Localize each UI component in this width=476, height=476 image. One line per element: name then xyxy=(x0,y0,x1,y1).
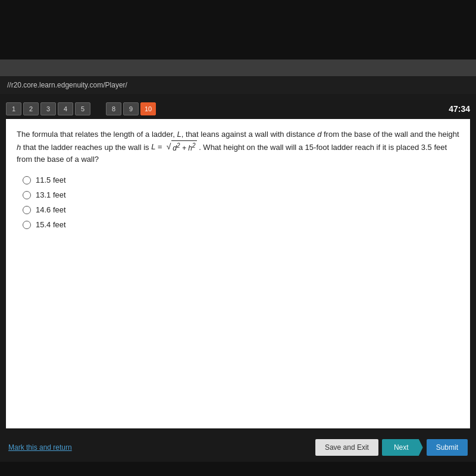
choice-4[interactable]: 15.4 feet xyxy=(23,220,459,229)
bottom-bezel xyxy=(0,462,476,476)
radio-3[interactable] xyxy=(23,206,31,214)
next-button[interactable]: Next xyxy=(382,439,423,456)
question-text: The formula that relates the length of a… xyxy=(17,129,459,165)
tab-q4[interactable]: 4 xyxy=(58,102,73,115)
sqrt-symbol: √ xyxy=(167,140,171,153)
browser-chrome: //r20.core.learn.edgenuity.com/Player/ xyxy=(0,60,476,94)
sqrt-formula: √ d2 + h2 xyxy=(167,140,197,154)
bottom-buttons: Save and Exit Next Submit xyxy=(315,439,468,456)
tab-q5[interactable]: 5 xyxy=(75,102,90,115)
question-nav: 1 2 3 4 5 8 9 10 47:34 xyxy=(6,99,470,119)
mark-return-link[interactable]: Mark this and return xyxy=(8,443,72,452)
choice-3-label: 14.6 feet xyxy=(36,205,66,214)
choice-2-label: 13.1 feet xyxy=(36,190,66,199)
tab-q9[interactable]: 9 xyxy=(123,102,139,115)
choice-1[interactable]: 11.5 feet xyxy=(23,176,459,184)
radio-4[interactable] xyxy=(23,221,31,229)
answer-choices: 11.5 feet 13.1 feet 14.6 feet 15.4 feet xyxy=(23,176,459,229)
save-exit-button[interactable]: Save and Exit xyxy=(315,439,378,456)
tab-q3[interactable]: 3 xyxy=(40,102,56,115)
bottom-bar: Mark this and return Save and Exit Next … xyxy=(0,433,476,462)
submit-button[interactable]: Submit xyxy=(427,439,468,456)
browser-titlebar xyxy=(0,60,476,76)
top-bezel xyxy=(0,0,476,60)
radio-2[interactable] xyxy=(23,191,31,199)
content-area: 1 2 3 4 5 8 9 10 47:34 The formula that … xyxy=(0,94,476,433)
choice-2[interactable]: 13.1 feet xyxy=(23,190,459,199)
address-bar-text: //r20.core.learn.edgenuity.com/Player/ xyxy=(7,81,127,89)
tab-q10[interactable]: 10 xyxy=(140,102,156,115)
choice-3[interactable]: 14.6 feet xyxy=(23,205,459,214)
tab-q1[interactable]: 1 xyxy=(6,102,21,115)
choice-1-label: 11.5 feet xyxy=(36,176,66,184)
browser-addressbar: //r20.core.learn.edgenuity.com/Player/ xyxy=(0,76,476,94)
formula: L = √ d2 + h2 xyxy=(151,142,199,151)
choice-4-label: 15.4 feet xyxy=(36,220,66,229)
tab-q8[interactable]: 8 xyxy=(106,102,121,115)
tab-q2[interactable]: 2 xyxy=(23,102,39,115)
sqrt-content: d2 + h2 xyxy=(171,140,196,154)
radio-1[interactable] xyxy=(23,176,31,184)
question-panel: The formula that relates the length of a… xyxy=(6,119,470,428)
timer: 47:34 xyxy=(449,104,470,114)
